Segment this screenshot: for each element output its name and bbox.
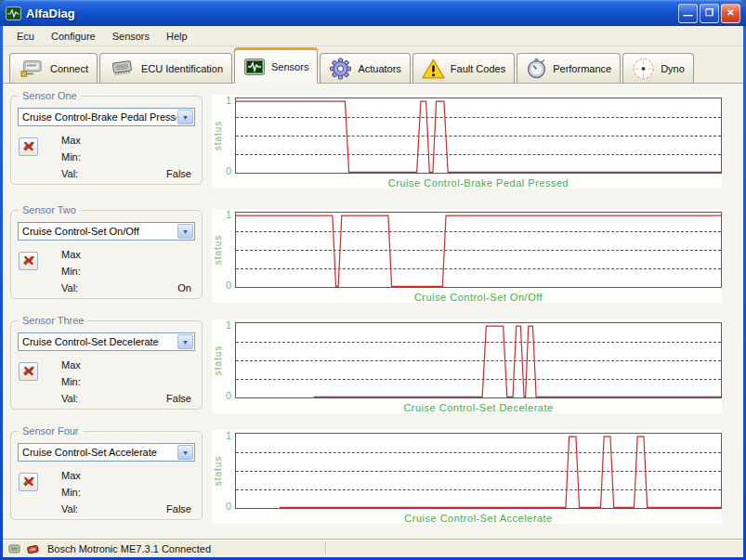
dial-icon xyxy=(632,58,655,80)
sensor-two-select[interactable]: Cruise Control-Set On/Off ▼ xyxy=(18,222,195,241)
obd-interface-icon xyxy=(7,542,22,555)
chart-title: Cruise Control-Brake Pedal Pressed xyxy=(235,177,722,189)
remove-sensor-button[interactable] xyxy=(19,473,38,491)
chart-set-accelerate: 1 status 0 Cruise Control-Set Accelerate xyxy=(212,430,722,524)
close-icon: ✕ xyxy=(726,7,734,18)
delete-chart-icon xyxy=(21,254,36,267)
chip-icon xyxy=(109,59,136,78)
selected-sensor-value: Cruise Control-Set On/Off xyxy=(19,226,177,237)
sensor-one-panel: Sensor One Cruise Control-Brake Pedal Pr… xyxy=(10,96,203,185)
signal-trace xyxy=(236,323,721,397)
val-value: False xyxy=(166,393,191,404)
val-label: Val: xyxy=(61,282,78,293)
stopwatch-icon xyxy=(526,58,547,79)
sensor-group-label: Sensor Four xyxy=(19,425,83,436)
chart-set-onoff: 1 status 0 Cruise Control-Set On/Off xyxy=(212,209,722,303)
sensor-one-select[interactable]: Cruise Control-Brake Pedal Pressed ▼ xyxy=(18,108,195,126)
connector-icon xyxy=(19,59,45,79)
menu-item-configure[interactable]: Configure xyxy=(43,28,104,45)
y-tick-1: 1 xyxy=(226,319,231,331)
remove-sensor-button[interactable] xyxy=(19,252,38,270)
chevron-down-icon[interactable]: ▼ xyxy=(177,445,193,460)
y-axis-label: status xyxy=(213,345,223,376)
window-controls: — ❐ ✕ xyxy=(678,4,740,23)
plot-area xyxy=(235,98,722,174)
tab-label: ECU Identification xyxy=(141,63,223,74)
tab-performance[interactable]: Performance xyxy=(517,53,621,84)
tab-actuators[interactable]: Actuators xyxy=(320,53,410,84)
val-label: Val: xyxy=(61,503,78,514)
min-label: Min: xyxy=(61,266,81,277)
y-axis: 1 status 0 xyxy=(212,322,235,398)
sensor-readouts: Max Min: Val:False xyxy=(61,132,191,182)
y-axis-label: status xyxy=(213,235,223,266)
chevron-down-icon[interactable]: ▼ xyxy=(177,224,193,239)
menu-item-ecu[interactable]: Ecu xyxy=(8,28,43,45)
selected-sensor-value: Cruise Control-Set Decelerate xyxy=(19,336,177,347)
tab-label: Actuators xyxy=(358,63,400,74)
maximize-button[interactable]: ❐ xyxy=(700,4,719,23)
y-tick-1: 1 xyxy=(226,209,231,220)
y-axis-label: status xyxy=(213,121,223,151)
maximize-icon: ❐ xyxy=(705,7,713,18)
status-bar: Bosch Motronic ME7.3.1 Connected xyxy=(3,539,743,557)
oscilloscope-icon xyxy=(6,7,21,20)
y-axis: 1 status 0 xyxy=(212,212,235,288)
max-label: Max xyxy=(61,359,81,371)
delete-chart-icon xyxy=(21,139,36,153)
tab-ecu-identification[interactable]: ECU Identification xyxy=(99,53,232,84)
app-icon[interactable] xyxy=(6,7,21,20)
gear-icon xyxy=(329,58,352,80)
sensor-group-label: Sensor Three xyxy=(19,315,87,326)
app-window: AlfaDiag — ❐ ✕ Ecu Configure Sensors Hel… xyxy=(0,0,746,560)
val-value: False xyxy=(166,168,191,179)
chart-brake-pedal: 1 status 0 Cruise Control-Brake Pedal Pr… xyxy=(212,95,722,189)
menu-item-sensors[interactable]: Sensors xyxy=(104,28,158,45)
signal-trace xyxy=(236,213,721,287)
y-tick-1: 1 xyxy=(226,430,231,441)
remove-sensor-button[interactable] xyxy=(19,137,38,156)
val-label: Val: xyxy=(61,393,78,404)
tab-connect[interactable]: Connect xyxy=(9,53,98,84)
sensor-four-select[interactable]: Cruise Control-Set Accelerate ▼ xyxy=(18,443,195,462)
tab-label: Performance xyxy=(553,63,611,74)
y-tick-0: 0 xyxy=(226,390,231,401)
tab-strip: Connect xyxy=(3,46,743,84)
chart-title: Cruise Control-Set Accelerate xyxy=(235,513,722,524)
minimize-icon: — xyxy=(684,10,693,20)
y-axis: 1 status 0 xyxy=(212,98,235,174)
plot-area xyxy=(235,322,722,398)
menu-bar: Ecu Configure Sensors Help xyxy=(3,26,743,46)
val-label: Val: xyxy=(61,168,78,179)
y-axis-label: status xyxy=(213,456,223,487)
sensor-readouts: Max Min: Val:On xyxy=(61,246,191,296)
chevron-down-icon[interactable]: ▼ xyxy=(177,110,193,124)
title-bar: AlfaDiag — ❐ ✕ xyxy=(0,0,746,26)
sensor-readouts: Max Min: Val:False xyxy=(61,357,191,407)
close-button[interactable]: ✕ xyxy=(721,4,740,23)
tab-label: Fault Codes xyxy=(451,63,505,74)
sensor-three-select[interactable]: Cruise Control-Set Decelerate ▼ xyxy=(18,332,195,351)
min-label: Min: xyxy=(61,376,81,387)
minimize-button[interactable]: — xyxy=(678,4,698,23)
chart-title: Cruise Control-Set Decelerate xyxy=(235,402,722,413)
tab-dyno[interactable]: Dyno xyxy=(622,53,694,84)
tab-sensors[interactable]: Sensors xyxy=(234,47,318,84)
remove-sensor-button[interactable] xyxy=(19,362,38,381)
sensor-group-label: Sensor Two xyxy=(19,204,80,215)
tab-label: Connect xyxy=(50,63,88,74)
selected-sensor-value: Cruise Control-Set Accelerate xyxy=(19,447,177,458)
tab-fault-codes[interactable]: Fault Codes xyxy=(412,53,515,84)
signal-trace xyxy=(236,434,721,508)
min-label: Min: xyxy=(61,487,81,498)
status-bar-separator xyxy=(325,542,327,554)
sensor-two-panel: Sensor Two Cruise Control-Set On/Off ▼ M… xyxy=(10,210,203,299)
window-body: Ecu Configure Sensors Help Connect xyxy=(3,26,743,557)
max-label: Max xyxy=(61,249,81,260)
chevron-down-icon[interactable]: ▼ xyxy=(177,334,193,349)
plot-area xyxy=(235,433,722,509)
selected-sensor-value: Cruise Control-Brake Pedal Pressed xyxy=(19,111,177,123)
menu-item-help[interactable]: Help xyxy=(158,28,196,45)
connection-status-text: Bosch Motronic ME7.3.1 Connected xyxy=(47,543,211,554)
chart-title: Cruise Control-Set On/Off xyxy=(235,292,722,303)
